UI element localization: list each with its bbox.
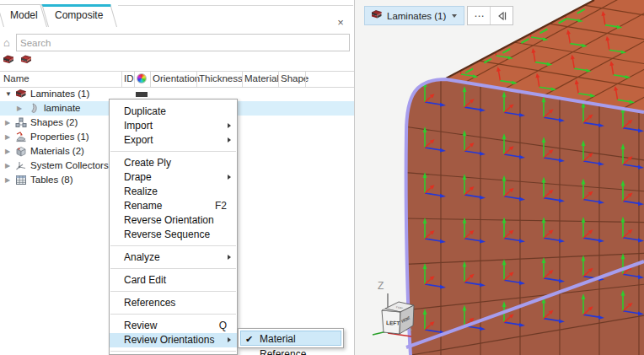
menu-item-references[interactable]: References [110, 296, 237, 310]
entity-selector-dropdown[interactable]: Laminates (1) [364, 6, 464, 25]
properties-icon [15, 132, 27, 144]
collapse-icon [496, 11, 507, 21]
expand-arrow-icon[interactable]: ▶ [5, 162, 10, 169]
tree-label: System Collectors ( [30, 160, 115, 170]
menu-item-realize[interactable]: Realize [110, 185, 237, 199]
column-material[interactable]: Material [244, 73, 279, 83]
tab-composite-label: Composite [48, 4, 117, 21]
viewport-3d[interactable]: Laminates (1) ⋯ Z X [355, 0, 644, 355]
laminate-stack-icon [371, 9, 383, 22]
column-orientation[interactable]: Orientation [153, 73, 200, 83]
search-input[interactable] [16, 34, 350, 51]
view-cube-front-label: LEFT [386, 320, 400, 326]
column-id[interactable]: ID [124, 73, 134, 83]
menu-item-rename[interactable]: RenameF2 [110, 199, 237, 213]
laminate-filter-icon[interactable] [3, 54, 16, 69]
more-options-button[interactable]: ⋯ [468, 7, 490, 24]
submenu-arrow-icon [228, 123, 231, 128]
tree-column-header: Name ID Orientation Thickness Material S… [0, 71, 354, 88]
menu-item-drape[interactable]: Drape [110, 170, 237, 185]
color-swatch[interactable] [136, 92, 148, 97]
context-menu: Duplicate Import Export Create Ply Drape… [109, 99, 238, 355]
expand-arrow-icon[interactable]: ▶ [5, 148, 10, 155]
tab-model-label: Model [3, 4, 47, 21]
tree-label: Laminates (1) [30, 89, 89, 99]
menu-separator [110, 310, 237, 319]
menu-item-duplicate[interactable]: Duplicate [110, 105, 237, 119]
tree-label: Shapes (2) [30, 117, 78, 127]
shapes-icon [15, 117, 27, 130]
check-icon: ✔ [245, 331, 253, 347]
submenu-arrow-icon [228, 137, 231, 143]
system-collectors-icon [15, 160, 27, 173]
submenu-arrow-icon [228, 175, 231, 180]
materials-icon [15, 146, 27, 159]
entity-selector-label: Laminates (1) [387, 11, 446, 21]
shortcut-label: F2 [215, 199, 227, 213]
tables-icon [15, 175, 27, 187]
expand-arrow-icon[interactable]: ▶ [17, 105, 22, 112]
menu-item-card-edit[interactable]: Card Edit [110, 273, 237, 288]
menu-item-analyze[interactable]: Analyze [110, 250, 237, 265]
expand-arrow-icon[interactable]: ▶ [5, 119, 10, 126]
application-window: Model Composite × ⌂ [0, 0, 644, 355]
submenu-item-material-reference[interactable]: ✔ Material Reference [240, 331, 341, 346]
submenu-arrow-icon [228, 337, 231, 342]
menu-separator [110, 242, 237, 250]
menu-separator [110, 265, 237, 273]
viewport-toolbar: Laminates (1) ⋯ [364, 6, 513, 25]
menu-separator [110, 347, 237, 355]
close-icon[interactable]: × [334, 16, 347, 30]
expand-arrow-icon[interactable]: ▼ [5, 90, 12, 98]
menu-separator [110, 148, 237, 156]
shortcut-label: Q [219, 319, 227, 333]
submenu-arrow-icon [228, 255, 231, 260]
tree-label: Materials (2) [30, 146, 84, 156]
menu-separator [110, 288, 237, 296]
column-thickness[interactable]: Thickness [199, 73, 243, 83]
selector-buttons: ⋯ [467, 6, 513, 25]
menu-item-reverse-sequence[interactable]: Reverse Sequence [110, 228, 237, 242]
laminates-icon [15, 89, 27, 101]
tab-model[interactable]: Model [3, 4, 47, 27]
ply-icon [30, 103, 39, 116]
composite-browser-panel: Model Composite × ⌂ [0, 0, 355, 355]
view-cube[interactable]: LEFT FRONT TOP [376, 296, 421, 342]
ply-filter-icon[interactable] [20, 54, 34, 69]
tree-label: laminate [44, 103, 80, 113]
menu-item-reverse-orientation[interactable]: Reverse Orientation [110, 213, 237, 228]
menu-item-export[interactable]: Export [110, 133, 237, 148]
home-icon[interactable]: ⌂ [3, 36, 10, 49]
menu-item-review-orientations[interactable]: Review Orientations [110, 333, 237, 347]
review-orientations-submenu: ✔ Material Reference [238, 328, 344, 348]
column-name[interactable]: Name [3, 73, 30, 83]
menu-item-review[interactable]: ReviewQ [110, 319, 237, 333]
tree-label: Tables (8) [30, 175, 73, 185]
expand-arrow-icon[interactable]: ▶ [5, 176, 10, 184]
color-wheel-icon[interactable] [137, 73, 147, 83]
expand-arrow-icon[interactable]: ▶ [5, 133, 10, 141]
menu-item-import[interactable]: Import [110, 119, 237, 133]
menu-item-create-ply[interactable]: Create Ply [110, 156, 237, 170]
collapse-button[interactable] [490, 7, 513, 24]
chevron-down-icon [452, 14, 457, 18]
tree-label: Properties (1) [30, 132, 89, 142]
tab-composite[interactable]: Composite [48, 4, 117, 27]
tabstrip-line [118, 5, 353, 6]
